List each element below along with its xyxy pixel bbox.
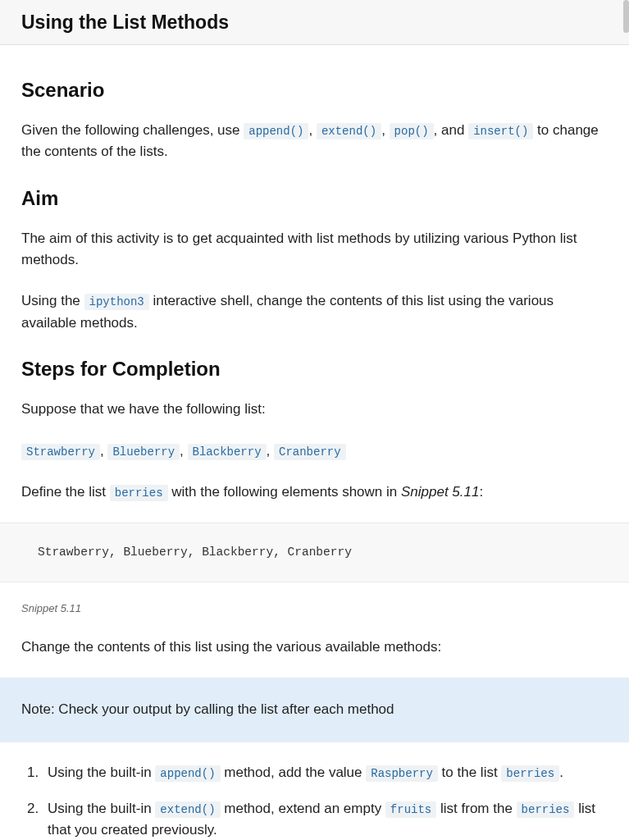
code-berries: berries bbox=[501, 765, 559, 782]
code-extend: extend() bbox=[317, 123, 381, 139]
aim-paragraph-1: The aim of this activity is to get acqua… bbox=[21, 228, 608, 272]
list-item: Using the built-in append() method, add … bbox=[43, 762, 608, 783]
page-container: Using the List Methods Scenario Given th… bbox=[0, 0, 629, 840]
note-callout: Note: Check your output by calling the l… bbox=[0, 678, 629, 742]
aim-paragraph-2: Using the ipython3 interactive shell, ch… bbox=[21, 290, 608, 334]
scrollbar-thumb[interactable] bbox=[623, 0, 629, 33]
text: to the list bbox=[438, 765, 501, 780]
text: Using the bbox=[21, 293, 84, 308]
code-berries: berries bbox=[517, 801, 575, 818]
text: with the following elements shown in bbox=[168, 484, 401, 500]
aim-heading: Aim bbox=[21, 183, 608, 213]
text: , bbox=[267, 443, 274, 459]
code-append: append() bbox=[244, 123, 308, 139]
change-contents-paragraph: Change the contents of this list using t… bbox=[21, 637, 608, 658]
steps-intro: Suppose that we have the following list: bbox=[21, 399, 608, 420]
text: Using the built-in bbox=[48, 801, 155, 816]
code-append: append() bbox=[155, 765, 220, 782]
content-area: Scenario Given the following challenges,… bbox=[0, 45, 629, 840]
code-strawberry: Strawberry bbox=[21, 444, 100, 460]
code-blueberry: Blueberry bbox=[107, 444, 180, 460]
snippet-reference: Snippet 5.11 bbox=[401, 484, 479, 500]
text: , and bbox=[434, 122, 469, 138]
code-fruits: fruits bbox=[385, 801, 436, 818]
code-block: Strawberry, Blueberry, Blackberry, Cranb… bbox=[38, 543, 591, 561]
text: , bbox=[308, 122, 316, 138]
text: Define the list bbox=[21, 484, 110, 500]
list-item: Using the built-in extend() method, exte… bbox=[43, 798, 608, 840]
text: . bbox=[559, 765, 563, 780]
snippet-label: Snippet 5.11 bbox=[21, 600, 608, 617]
berry-inline-list: Strawberry, Blueberry, Blackberry, Cranb… bbox=[21, 441, 608, 462]
page-header: Using the List Methods bbox=[0, 0, 629, 45]
text: list from the bbox=[436, 801, 516, 816]
code-extend: extend() bbox=[155, 801, 220, 818]
code-blackberry: Blackberry bbox=[188, 444, 267, 460]
page-title: Using the List Methods bbox=[21, 8, 608, 38]
text: method, add the value bbox=[221, 765, 367, 780]
code-pop: pop() bbox=[390, 123, 434, 139]
code-insert: insert() bbox=[468, 123, 533, 139]
text: , bbox=[381, 122, 389, 138]
define-list-paragraph: Define the list berries with the followi… bbox=[21, 482, 608, 503]
scenario-paragraph: Given the following challenges, use appe… bbox=[21, 120, 608, 163]
code-ipython3: ipython3 bbox=[84, 294, 149, 310]
steps-heading: Steps for Completion bbox=[21, 354, 608, 384]
text: Using the built-in bbox=[48, 765, 155, 780]
code-cranberry: Cranberry bbox=[274, 444, 346, 460]
text: Given the following challenges, use bbox=[21, 122, 244, 138]
text: : bbox=[479, 484, 483, 500]
scenario-heading: Scenario bbox=[21, 75, 608, 105]
steps-ordered-list: Using the built-in append() method, add … bbox=[21, 762, 608, 840]
text: , bbox=[180, 443, 187, 459]
code-berries: berries bbox=[110, 485, 168, 501]
code-block-region: Strawberry, Blueberry, Blackberry, Cranb… bbox=[0, 523, 629, 582]
code-raspberry: Raspberry bbox=[366, 765, 438, 782]
text: method, extend an empty bbox=[221, 801, 385, 816]
